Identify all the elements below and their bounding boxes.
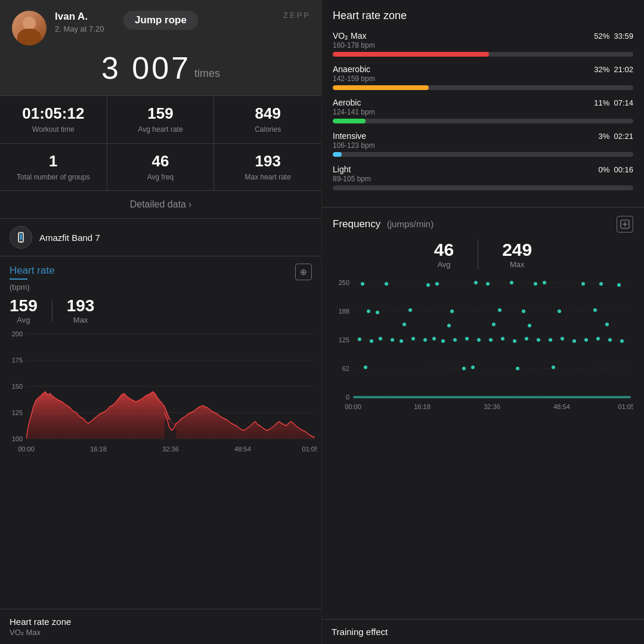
hrz-aerobic-name-group: Aerobic 124-141 bpm [333,97,375,116]
hrz-row-intensive: Intensive 106-123 bpm 3% 02:21 [333,131,633,157]
device-icon [10,226,32,249]
svg-point-36 [426,283,430,287]
svg-text:62: 62 [342,365,349,372]
avatar [12,11,47,45]
frequency-max-value: 249 [502,240,532,260]
svg-point-55 [370,339,373,343]
svg-point-42 [543,281,546,284]
hrz-anaerobic-name: Anaerobic [333,64,370,74]
frequency-section: Frequency (jumps/min) 46 Avg 249 Max [322,208,644,619]
heart-rate-chart-section: Heart rate ⊕ (bpm) 159 Avg 193 Max 200 1… [0,256,321,609]
hrz-light-bpm: 89-105 bpm [333,175,371,183]
svg-point-76 [608,338,612,342]
chart-header: Heart rate ⊕ [0,256,321,283]
hrz-row-vo2max: VO₂ Max 160-178 bpm 52% 33:59 [333,30,633,57]
device-row: Amazfit Band 7 [0,219,321,256]
hrz-aerobic-stats: 11% 07:14 [594,98,633,107]
hrz-vo2max-name: VO₂ Max [333,31,367,41]
svg-text:250: 250 [339,279,349,286]
svg-rect-1 [20,234,22,240]
frequency-avg-value: 46 [434,240,454,260]
svg-point-74 [584,338,588,342]
svg-point-79 [462,367,466,370]
svg-point-75 [596,337,600,340]
svg-point-87 [605,323,609,326]
freq-divider [478,240,478,270]
svg-point-64 [465,337,469,340]
right-panel: Heart rate zone VO₂ Max 160-178 bpm 52% … [322,0,644,644]
hrz-intensive-header: Intensive 106-123 bpm 3% 02:21 [333,131,633,150]
stat-value-avg-hr: 159 [114,104,207,123]
heart-rate-zone-section: Heart rate zone VO₂ Max 160-178 bpm 52% … [322,0,644,208]
stat-label-avg-hr: Avg heart rate [114,125,207,135]
svg-point-70 [537,338,540,342]
svg-point-73 [572,339,576,343]
hr-zone-preview: Heart rate zone VO₂ Max [0,609,321,644]
stats-grid: 01:05:12 Workout time 159 Avg heart rate… [0,95,321,191]
jump-count-row: 3 007 times [12,50,309,86]
svg-point-38 [474,281,478,284]
detailed-data-link[interactable]: Detailed data › [0,191,321,219]
svg-point-57 [391,338,394,342]
stat-label-max-hr: Max heart rate [221,173,314,182]
zoom-button[interactable]: ⊕ [295,264,312,280]
jump-count: 3 007 [101,50,191,86]
hrz-intensive-name: Intensive [333,131,366,141]
svg-point-53 [593,308,597,312]
frequency-zoom-button[interactable] [617,216,633,233]
svg-text:100: 100 [12,435,23,442]
svg-text:48:54: 48:54 [234,445,251,453]
chart-max-stat: 193 Max [67,296,113,324]
svg-text:16:18: 16:18 [90,445,107,453]
training-effect-title: Training effect [332,627,634,637]
hrz-vo2max-bpm: 160-178 bpm [333,41,375,49]
svg-point-50 [498,308,501,312]
svg-point-49 [450,309,454,313]
hrz-intensive-bar [333,152,342,157]
hrz-row-light: Light 89-105 bpm 0% 00:16 [333,164,633,190]
frequency-avg-stat: 46 Avg [434,240,454,270]
hrz-aerobic-bar-bg [333,119,633,123]
svg-point-61 [432,337,436,340]
frequency-title-group: Frequency (jumps/min) [333,218,434,230]
svg-text:32:36: 32:36 [484,403,500,410]
svg-point-83 [402,323,406,326]
svg-point-68 [513,339,516,343]
chart-avg-stat: 159 Avg [10,296,52,324]
frequency-title: Frequency [333,218,380,230]
hrz-intensive-bar-bg [333,152,633,157]
svg-point-40 [510,281,513,284]
svg-point-77 [620,339,624,343]
stat-value-max-hr: 193 [221,152,314,171]
svg-point-81 [516,367,519,370]
svg-text:32:36: 32:36 [162,445,179,453]
hrz-intensive-bpm: 106-123 bpm [333,141,375,150]
frequency-stats-row: 46 Avg 249 Max [333,240,633,270]
chart-max-label: Max [67,315,95,324]
svg-rect-33 [353,396,631,398]
stat-value-calories: 849 [221,104,314,123]
frequency-unit: (jumps/min) [387,219,434,229]
stat-label-calories: Calories [221,125,314,135]
svg-point-69 [525,337,528,340]
svg-text:00:00: 00:00 [18,445,35,453]
svg-text:48:54: 48:54 [553,403,570,410]
hrz-vo2max-header: VO₂ Max 160-178 bpm 52% 33:59 [333,30,633,49]
svg-point-59 [411,337,415,340]
chart-title-group: Heart rate [10,265,55,280]
svg-point-65 [477,338,481,342]
svg-point-71 [549,338,552,342]
stat-avg-hr: 159 Avg heart rate [107,96,215,144]
training-effect-section: Training effect [322,619,644,644]
frequency-avg-label: Avg [434,260,454,269]
svg-text:200: 200 [12,330,23,338]
svg-point-45 [617,283,621,287]
hrz-anaerobic-bar-bg [333,85,633,90]
activity-badge: Jump rope [123,11,199,30]
svg-text:188: 188 [339,308,349,315]
svg-point-82 [552,366,555,369]
jump-unit: times [194,67,220,86]
zepp-logo: ZEPP [283,11,311,20]
heart-rate-chart: 200 175 150 125 100 [5,329,317,460]
stat-value-groups: 1 [7,152,100,171]
